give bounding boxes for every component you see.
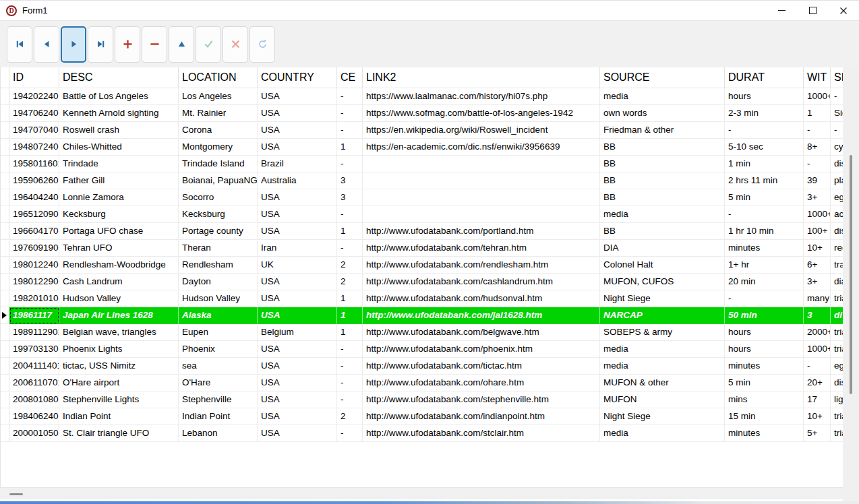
cell-wit[interactable]: 20+ [804, 375, 831, 391]
cell-link2[interactable]: http://www.ufodatabank.com/stclair.htm [363, 425, 600, 442]
cell-desc[interactable]: Roswell crash [59, 122, 179, 139]
cell-id[interactable]: 1980122901 [9, 274, 59, 290]
cell-ce[interactable]: - [337, 341, 363, 358]
cell-durat[interactable]: - [725, 290, 804, 307]
cell-ce[interactable]: 2 [337, 408, 363, 425]
cell-ce[interactable]: - [337, 122, 363, 139]
cell-durat[interactable]: mins [725, 391, 804, 408]
cell-ce[interactable]: 1 [337, 290, 363, 307]
cell-country[interactable]: USA [258, 358, 337, 375]
cell-desc[interactable]: O'Hare airport [59, 375, 179, 391]
cell-location[interactable]: Theran [179, 240, 258, 257]
column-header-country[interactable]: COUNTRY [258, 67, 337, 88]
nav-insert-button[interactable] [115, 26, 140, 63]
nav-edit-button[interactable] [169, 26, 194, 63]
cell-desc[interactable]: tictac, USS Nimitz [59, 358, 179, 375]
cell-country[interactable]: USA [258, 206, 337, 223]
cell-location[interactable]: Stephenville [179, 391, 258, 408]
cell-durat[interactable]: hours [725, 341, 804, 358]
cell-location[interactable]: Lebanon [179, 425, 258, 442]
cell-desc[interactable]: Trindade [59, 156, 179, 172]
cell-link2[interactable]: https://en-academic.com/dic.nsf/enwiki/3… [363, 139, 600, 156]
cell-country[interactable]: USA [258, 122, 337, 139]
cell-id[interactable]: 1966041701 [9, 223, 59, 240]
cell-link2[interactable]: https://www.sofmag.com/battle-of-los-ang… [363, 105, 600, 122]
cell-ce[interactable]: 1 [337, 223, 363, 240]
cell-durat[interactable]: 1+ hr [725, 257, 804, 274]
cell-id[interactable]: 2008010801 [9, 391, 59, 408]
cell-location[interactable]: Portage county [179, 223, 258, 240]
cell-location[interactable]: Rendlesham [179, 257, 258, 274]
cell-id[interactable]: 1989112901 [9, 324, 59, 341]
cell-id[interactable]: 1980122401 [9, 257, 59, 274]
cell-id[interactable]: 1959062601 [9, 172, 59, 189]
cell-sh[interactable]: dis [831, 156, 843, 172]
cell-source[interactable]: media [600, 358, 725, 375]
cell-wit[interactable]: - [804, 122, 831, 139]
cell-location[interactable]: Socorro [179, 189, 258, 206]
cell-sh[interactable]: dis [831, 223, 843, 240]
cell-link2[interactable]: http://www.ufodatabank.com/stephenville.… [363, 391, 600, 408]
cell-ce[interactable]: - [337, 88, 363, 105]
cell-wit[interactable]: 39 [804, 172, 831, 189]
cell-durat[interactable]: hours [725, 88, 804, 105]
cell-ce[interactable]: - [337, 156, 363, 172]
cell-wit[interactable]: 1 [804, 105, 831, 122]
cell-durat[interactable]: - [725, 122, 804, 139]
cell-country[interactable]: USA [258, 223, 337, 240]
cell-location[interactable]: Dayton [179, 274, 258, 290]
nav-post-button[interactable] [196, 26, 221, 63]
cell-source[interactable]: BB [600, 156, 725, 172]
cell-durat[interactable]: 5 min [725, 189, 804, 206]
cell-id[interactable]: 1984062401 [9, 408, 59, 425]
cell-country[interactable]: USA [258, 307, 337, 324]
cell-desc[interactable]: Japan Air Lines 1628 [59, 307, 179, 324]
cell-durat[interactable]: 1 hr 10 min [725, 223, 804, 240]
column-header-wit[interactable]: WIT [804, 67, 831, 88]
cell-desc[interactable]: Tehran UFO [59, 240, 179, 257]
cell-country[interactable]: USA [258, 189, 337, 206]
cell-source[interactable]: BB [600, 189, 725, 206]
cell-country[interactable]: USA [258, 105, 337, 122]
cell-link2[interactable]: http://www.ufodatabank.com/phoenix.htm [363, 341, 600, 358]
cell-source[interactable]: media [600, 88, 725, 105]
cell-ce[interactable]: 1 [337, 139, 363, 156]
cell-link2[interactable] [363, 156, 600, 172]
column-header-id[interactable]: ID [9, 67, 59, 88]
cell-sh[interactable]: tria [831, 425, 843, 442]
cell-desc[interactable]: Kecksburg [59, 206, 179, 223]
cell-durat[interactable]: minutes [725, 358, 804, 375]
cell-sh[interactable]: rec [831, 240, 843, 257]
cell-desc[interactable]: Belgian wave, triangles [59, 324, 179, 341]
cell-country[interactable]: Belgium [258, 324, 337, 341]
cell-id[interactable]: 1976091901 [9, 240, 59, 257]
cell-wit[interactable]: 10+ [804, 240, 831, 257]
cell-link2[interactable]: https://en.wikipedia.org/wiki/Roswell_in… [363, 122, 600, 139]
nav-first-button[interactable] [7, 26, 32, 63]
horizontal-scrollbar-thumb[interactable] [9, 493, 23, 495]
horizontal-scrollbar[interactable] [0, 487, 843, 499]
cell-location[interactable]: Indian Point [179, 408, 258, 425]
cell-location[interactable]: Montgomery [179, 139, 258, 156]
cell-desc[interactable]: Father Gill [59, 172, 179, 189]
cell-sh[interactable]: dis [831, 375, 843, 391]
nav-last-button[interactable] [88, 26, 113, 63]
cell-link2[interactable]: http://www.ufodatabank.com/ohare.htm [363, 375, 600, 391]
cell-country[interactable]: USA [258, 341, 337, 358]
cell-durat[interactable]: hours [725, 324, 804, 341]
cell-country[interactable]: USA [258, 274, 337, 290]
cell-location[interactable]: Phoenix [179, 341, 258, 358]
cell-link2[interactable]: http://www.ufodatabank.com/tehran.htm [363, 240, 600, 257]
vertical-scrollbar-thumb[interactable] [850, 155, 852, 394]
cell-location[interactable]: sea [179, 358, 258, 375]
cell-source[interactable]: Colonel Halt [600, 257, 725, 274]
cell-id[interactable]: 19861117 [9, 307, 59, 324]
cell-sh[interactable]: lig [831, 391, 843, 408]
cell-ce[interactable]: - [337, 105, 363, 122]
cell-source[interactable]: BB [600, 139, 725, 156]
cell-sh[interactable]: ac [831, 206, 843, 223]
cell-sh[interactable]: tra [831, 257, 843, 274]
cell-durat[interactable]: minutes [725, 425, 804, 442]
cell-country[interactable]: USA [258, 425, 337, 442]
cell-wit[interactable]: 3+ [804, 189, 831, 206]
